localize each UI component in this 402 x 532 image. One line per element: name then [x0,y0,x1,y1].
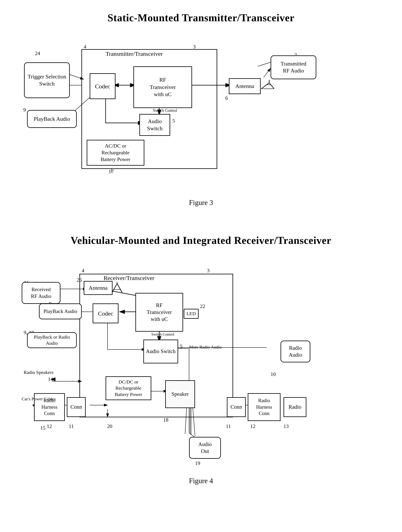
fig4-ref15: 15 [40,425,45,431]
ref3: 3 [193,44,196,50]
ref5: 5 [172,118,175,124]
audio-switch-box: Audio Switch [139,114,170,136]
svg-line-15 [261,83,269,89]
playback-label: PlayBack Audio [34,115,70,122]
playback-box: PlayBack Audio [27,110,77,128]
rf-arrow [263,67,275,79]
rf-audio-box: Transmitted RF Audio [271,55,316,79]
antenna-label: Antenna [235,82,254,90]
fig4-playback-label: PlayBack Audio [44,308,77,315]
fig4-codec-label: Codec [98,310,113,317]
fig4-ref5: 5 [180,343,182,349]
speakers-arrow [50,376,56,382]
audio-switch-label: Audio Switch [140,118,170,132]
fig4-switch-ctrl: Switch Control [151,332,174,337]
codec-label: Codec [95,82,110,90]
svg-line-49 [112,284,117,292]
fig4-battery-label: DC/DC or Rechargeable Battery Power [115,379,142,398]
fig4-label: Figure 4 [16,477,386,485]
rf-audio-label: Transmitted RF Audio [280,60,306,74]
cars-power-label: Car's Power Cables [22,396,56,402]
fig4-antenna-label: Antenna [89,284,108,291]
fig4-ref4: 4 [82,268,84,274]
fig4-ref10: 10 [271,371,276,377]
mute-radio-label: Mute Radio Audio [189,345,222,350]
fig4-ref12-left: 12 [47,423,52,429]
fig4-ref18: 18 [163,417,169,423]
conn-left-label: Conn [70,404,82,411]
battery-label: AC/DC or Rechargeable Battery Power [101,143,130,163]
conn-right-label: Conn [230,404,242,411]
fig4-antenna-box: Antenna [84,281,112,295]
conn-right-box: Conn [227,397,246,417]
fig3-title: Static-Mounted Transmitter/Transceiver [16,12,386,24]
codec-box: Codec [90,73,116,99]
svg-marker-55 [51,377,55,381]
battery-box: AC/DC or Rechargeable Battery Power [87,140,144,166]
playback-radio-box: PlayBack or Radio Audio [27,332,77,348]
radio-speakers-label: Radio Speakers [24,369,53,375]
fig4-ref13: 13 [284,423,289,429]
transmitter-label: Transmitter/Transceiver [106,50,163,57]
svg-line-20 [264,68,271,77]
fig4-antenna-symbol [111,282,123,296]
trigger-selection-box: Trigger Selection Switch [24,62,70,98]
fig4-ref11-right: 11 [226,423,231,429]
power-arrow [32,404,35,407]
fig4-rf-box: RF Transceiver with uC [135,293,183,332]
fig4-speaker-box: Speaker [165,380,195,408]
fig4-ref19: 19 [195,460,200,466]
audio-out-box: Audio Out [189,437,221,459]
radio-audio-label: Radio Audio [289,345,302,358]
fig4-audio-switch-box: Audio Switch [143,340,178,363]
ref9: 9 [23,107,26,113]
ref24: 24 [35,51,40,56]
receiver-label: Receiver/Transceiver [104,274,154,282]
svg-line-50 [117,284,122,292]
ref4: 4 [84,44,86,50]
received-rf-label: Received RF Audio [31,286,51,300]
antenna-symbol [260,79,276,95]
audio-out-label: Audio Out [198,441,212,455]
ref6: 6 [225,95,228,101]
antenna-box: Antenna [229,78,261,94]
fig4-playback-box: PlayBack Audio [39,304,82,319]
fig4-title: Vehicular-Mounted and Integrated Receive… [16,234,386,246]
fig3-diagram: Transmitter/Transceiver 3 4 24 Trigger S… [16,32,386,194]
fig4-speaker-label: Speaker [171,390,190,398]
trigger-label: Trigger Selection Switch [25,73,69,88]
conn-left-box: Conn [67,397,86,417]
fig4-ref20: 20 [107,423,112,429]
ref17: 17 [109,169,114,175]
fig4-ref22: 22 [200,304,205,309]
fig4-battery-box: DC/DC or Rechargeable Battery Power [106,376,151,400]
fig4-rf-label: RF Transceiver with uC [147,302,172,323]
radio-audio-box: Radio Audio [280,341,310,362]
switch-control-label: Switch Control [153,108,177,113]
fig4-ref3: 3 [207,268,210,274]
page: Static-Mounted Transmitter/Transceiver [0,0,402,532]
svg-marker-56 [33,404,35,406]
radio-box: Radio [284,397,306,417]
received-rf-box: Received RF Audio [22,282,60,304]
fig4-diagram: Receiver/Transceiver 3 4 21 26 Antenna R… [16,254,386,473]
fig4-led-box: LED [184,309,199,319]
radio-label: Radio [288,404,301,411]
radio-harness-right-box: Radio Harness Conn [248,393,280,421]
playback-radio-label: PlayBack or Radio Audio [28,334,76,346]
svg-line-16 [269,83,274,89]
fig4-ref11-left: 11 [69,423,74,429]
fig4-ref12-right: 12 [250,423,255,429]
rf-transceiver-box: RF Transceiver with uC [133,66,192,108]
fig3-label: Figure 3 [16,198,386,207]
led-label: LED [187,310,196,317]
fig4-codec-box: Codec [93,304,118,323]
rf-transceiver-label: RF Transceiver with uC [150,76,176,98]
radio-harness-right-label: Radio Harness Conn [256,397,272,417]
fig4-ref26: 26 [77,277,82,283]
fig4-audio-switch-label: Audio Switch [146,348,175,355]
